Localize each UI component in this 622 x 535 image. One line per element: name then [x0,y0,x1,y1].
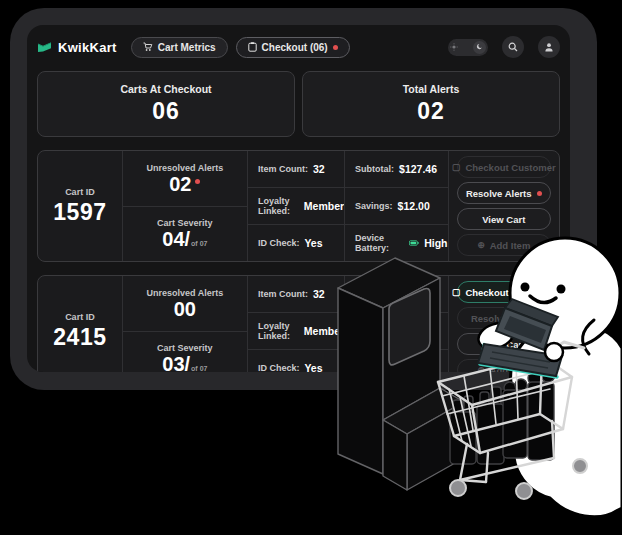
item-count-cell: Item Count: 32 [248,151,344,187]
severity-value: 03/of 07 [162,354,207,372]
cart-id-value: 1597 [53,199,106,226]
summary-label: Carts At Checkout [120,83,211,95]
summary-card-alerts: Total Alerts 02 [302,71,560,137]
search-icon [508,42,518,52]
user-icon [544,42,554,52]
alert-dot [333,45,338,50]
alert-dot [537,191,542,196]
account-button[interactable] [538,36,560,58]
search-button[interactable] [502,36,524,58]
summary-value: 06 [152,98,180,125]
app-root: KwikKart Cart Metrics Checkout (06) [0,0,622,535]
alert-dot [195,179,200,184]
cart-id-cell: Cart ID 1597 [38,151,122,261]
summary-row: Carts At Checkout 06 Total Alerts 02 [37,71,560,137]
alerts-label: Unresolved Alerts [146,288,223,298]
mascot-illustration [510,238,622,517]
unresolved-alerts-cell: Unresolved Alerts 02 [123,151,247,206]
checkout-customer-button[interactable]: ▢ Checkout Customer [457,156,551,178]
kwikkart-logo-icon [37,41,52,54]
severity-label: Cart Severity [157,343,213,353]
unresolved-alerts-cell: Unresolved Alerts 00 [123,276,247,331]
sun-icon [450,43,458,51]
clipboard-icon [248,42,257,52]
illustration-layer [300,230,622,535]
summary-card-carts: Carts At Checkout 06 [37,71,295,137]
alerts-value: 02 [169,174,200,194]
cart-id-value: 2415 [53,324,106,351]
cart-severity-cell: Cart Severity 04/of 07 [123,206,247,262]
kiosk-illustration [338,258,464,490]
tab-label: Cart Metrics [158,42,216,53]
cart-id-cell: Cart ID 2415 [38,276,122,372]
alerts-label: Unresolved Alerts [146,163,223,173]
view-cart-button[interactable]: View Cart [457,208,551,230]
mascot-hand-right [545,343,563,361]
brand-name: KwikKart [58,40,117,55]
cart-id-label: Cart ID [65,312,95,322]
moon-icon [476,43,484,51]
cart-icon [143,42,153,52]
tab-label: Checkout (06) [262,42,328,53]
tab-cart-metrics[interactable]: Cart Metrics [131,37,228,58]
loyalty-cell: Loyalty Linked: Member [248,187,344,224]
checkout-icon: ▢ [452,163,461,172]
alerts-severity-col: Unresolved Alerts 00 Cart Severity 03/of… [122,276,247,372]
summary-value: 02 [417,98,445,125]
savings-cell: Savings: $12.00 [345,187,447,224]
top-bar: KwikKart Cart Metrics Checkout (06) [37,31,560,63]
alerts-value: 00 [174,299,196,319]
severity-value: 04/of 07 [162,229,207,249]
alerts-severity-col: Unresolved Alerts 02 Cart Severity 04/of… [122,151,247,261]
subtotal-cell: Subtotal: $127.46 [345,151,447,187]
cart-id-label: Cart ID [65,187,95,197]
mascot-eye-left [521,283,530,292]
toggle-knob [473,41,486,54]
theme-toggle[interactable] [448,39,488,56]
cart-severity-cell: Cart Severity 03/of 07 [123,331,247,373]
summary-label: Total Alerts [403,83,460,95]
mascot-eye-right [557,285,566,294]
resolve-alerts-button[interactable]: Resolve Alerts [457,182,551,204]
severity-label: Cart Severity [157,218,213,228]
tab-checkout[interactable]: Checkout (06) [236,37,350,58]
brand-logo: KwikKart [37,40,117,55]
